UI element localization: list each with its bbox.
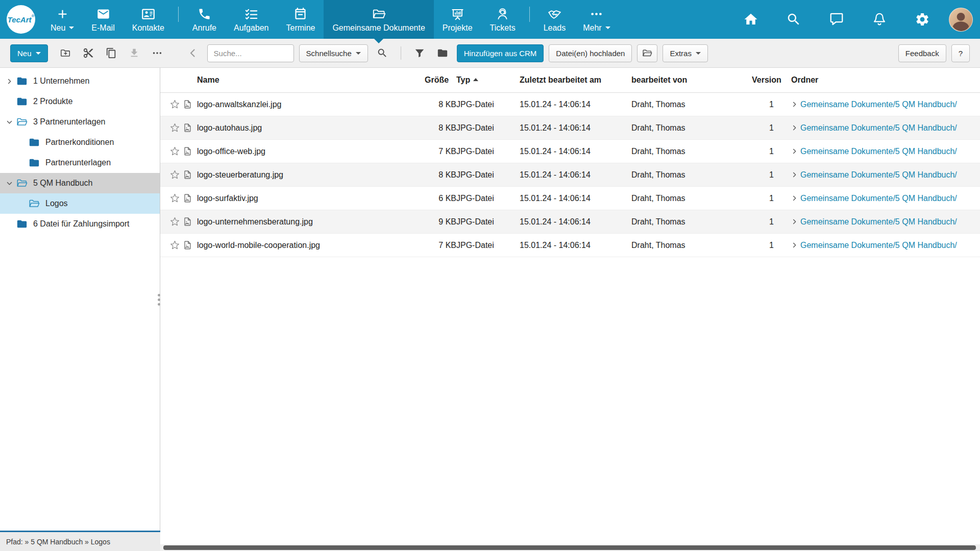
- search-input[interactable]: [207, 44, 294, 62]
- folder-path-link[interactable]: Gemeinsame Dokumente/5 QM Handbuch/: [800, 217, 957, 227]
- table-row[interactable]: logo-world-mobile-cooperation.jpg7 KBJPG…: [160, 234, 980, 257]
- toolbar: Neu Schnellsuche Hinzufügen aus CRM Date…: [0, 39, 980, 68]
- folder-path-cell: Gemeinsame Dokumente/5 QM Handbuch/: [791, 147, 980, 156]
- nav-separator: [529, 7, 530, 22]
- brand-text: TecArt: [8, 15, 32, 24]
- folder-path-link[interactable]: Gemeinsame Dokumente/5 QM Handbuch/: [800, 194, 957, 203]
- filter-icon[interactable]: [410, 44, 429, 62]
- path-status-text: Pfad: » 5 QM Handbuch » Logos: [6, 538, 110, 546]
- table-row[interactable]: logo-office-web.jpg7 KBJPG-Datei15.01.24…: [160, 140, 980, 163]
- chevron-right-icon[interactable]: [3, 75, 15, 87]
- add-from-crm-button[interactable]: Hinzufügen aus CRM: [457, 44, 544, 62]
- quick-search-dropdown[interactable]: Schnellsuche: [299, 44, 368, 62]
- column-header-name[interactable]: Name: [197, 76, 425, 85]
- modified-by: Draht, Thomas: [631, 147, 752, 156]
- tecart-logo[interactable]: TecArt®: [7, 5, 35, 34]
- cut-icon[interactable]: [79, 44, 97, 62]
- sidebar-item-2-produkte[interactable]: 2 Produkte: [0, 91, 160, 112]
- extras-label: Extras: [670, 49, 692, 58]
- more-actions-icon[interactable]: [148, 44, 166, 62]
- sidebar-item-partnerkonditionen[interactable]: Partnerkonditionen: [0, 132, 160, 153]
- copy-icon[interactable]: [102, 44, 120, 62]
- folder-path-link[interactable]: Gemeinsame Dokumente/5 QM Handbuch/: [800, 100, 957, 109]
- search-icon[interactable]: [772, 0, 815, 39]
- table-row[interactable]: logo-unternehmensberatung.jpg9 KBJPG-Dat…: [160, 210, 980, 234]
- table-row[interactable]: logo-steuerberatung.jpg8 KBJPG-Datei15.0…: [160, 163, 980, 187]
- table-row[interactable]: logo-anwaltskanzlei.jpg8 KBJPG-Datei15.0…: [160, 93, 980, 116]
- feedback-button[interactable]: Feedback: [898, 44, 946, 62]
- file-size: 8 KB: [425, 123, 456, 133]
- folder-path-link[interactable]: Gemeinsame Dokumente/5 QM Handbuch/: [800, 147, 957, 156]
- nav-item-termine[interactable]: Termine: [278, 0, 324, 39]
- sidebar-item-logos[interactable]: Logos: [0, 193, 160, 214]
- folder-icon[interactable]: [433, 44, 452, 62]
- nav-item-neu[interactable]: Neu: [42, 0, 83, 39]
- folder-path-link[interactable]: Gemeinsame Dokumente/5 QM Handbuch/: [800, 170, 957, 180]
- file-version: 1: [752, 241, 791, 250]
- folder-label: Logos: [45, 199, 68, 208]
- column-header-version[interactable]: Version: [752, 76, 791, 85]
- nav-item-anrufe[interactable]: Anrufe: [184, 0, 225, 39]
- column-header-type[interactable]: Typ: [456, 76, 520, 85]
- upload-folder-button[interactable]: [637, 44, 657, 62]
- search-icon[interactable]: [373, 44, 391, 62]
- favorite-star-icon[interactable]: [160, 123, 183, 133]
- folder-path-link[interactable]: Gemeinsame Dokumente/5 QM Handbuch/: [800, 123, 957, 133]
- image-file-icon: [183, 240, 197, 250]
- bell-icon[interactable]: [858, 0, 901, 39]
- nav-item-gemeinsame-dokumente[interactable]: Gemeinsame Dokumente: [324, 0, 433, 39]
- favorite-star-icon[interactable]: [160, 99, 183, 109]
- chevron-down-icon[interactable]: [3, 116, 15, 128]
- table-row[interactable]: logo-surfaktiv.jpg6 KBJPG-Datei15.01.24 …: [160, 187, 980, 210]
- sidebar-item-5-qm-handbuch[interactable]: 5 QM Handbuch: [0, 173, 160, 193]
- favorite-star-icon[interactable]: [160, 217, 183, 227]
- column-header-folder[interactable]: Ordner: [791, 76, 980, 85]
- chat-icon[interactable]: [815, 0, 858, 39]
- home-icon[interactable]: [729, 0, 772, 39]
- nav-item-kontakte[interactable]: Kontakte: [124, 0, 173, 39]
- nav-item-email[interactable]: E-Mail: [83, 0, 123, 39]
- help-button[interactable]: ?: [951, 44, 970, 62]
- file-type: JPG-Datei: [456, 194, 520, 203]
- gear-icon[interactable]: [901, 0, 944, 39]
- modified-by: Draht, Thomas: [631, 241, 752, 250]
- table-row[interactable]: logo-autohaus.jpg8 KBJPG-Datei15.01.24 -…: [160, 116, 980, 140]
- sidebar-item-1-unternehmen[interactable]: 1 Unternehmen: [0, 71, 160, 91]
- favorite-star-icon[interactable]: [160, 170, 183, 180]
- user-avatar[interactable]: [949, 8, 973, 32]
- favorite-star-icon[interactable]: [160, 240, 183, 250]
- nav-item-mehr[interactable]: Mehr: [574, 0, 619, 39]
- nav-item-leads[interactable]: Leads: [535, 0, 575, 39]
- column-header-modified[interactable]: Zuletzt bearbeitet am: [520, 76, 631, 85]
- last-modified-date: 15.01.24 - 14:06:14: [520, 123, 631, 133]
- folder-open-icon: [642, 48, 652, 58]
- sidebar-resize-handle[interactable]: [158, 294, 160, 296]
- chevron-left-icon[interactable]: [184, 44, 202, 62]
- caret-down-icon: [605, 27, 610, 29]
- handshake-icon: [548, 7, 561, 21]
- quick-search-label: Schnellsuche: [306, 49, 352, 58]
- nav-item-projekte[interactable]: Projekte: [434, 0, 481, 39]
- sidebar-item-partnerunterlagen[interactable]: Partnerunterlagen: [0, 153, 160, 173]
- caret-down-icon: [69, 27, 74, 29]
- column-header-size[interactable]: Größe: [425, 76, 456, 85]
- favorite-star-icon[interactable]: [160, 146, 183, 156]
- folder-path-link[interactable]: Gemeinsame Dokumente/5 QM Handbuch/: [800, 241, 957, 250]
- sidebar-item-6-datei-für-zahlungsimport[interactable]: 6 Datei für Zahlungsimport: [0, 214, 160, 234]
- folder-closed-icon: [15, 74, 29, 88]
- chevron-down-icon[interactable]: [3, 177, 15, 189]
- new-folder-icon[interactable]: [56, 44, 75, 62]
- new-button[interactable]: Neu: [10, 44, 48, 62]
- extras-dropdown[interactable]: Extras: [663, 44, 708, 62]
- download-icon[interactable]: [125, 44, 143, 62]
- upload-files-button[interactable]: Datei(en) hochladen: [549, 44, 632, 62]
- nav-item-aufgaben[interactable]: Aufgaben: [225, 0, 278, 39]
- file-size: 9 KB: [425, 217, 456, 227]
- column-header-modified_by[interactable]: bearbeitet von: [631, 76, 752, 85]
- sidebar-item-3-partnerunterlagen[interactable]: 3 Partnerunterlagen: [0, 112, 160, 132]
- horizontal-scrollbar[interactable]: [160, 544, 980, 551]
- nav-item-tickets[interactable]: Tickets: [481, 0, 524, 39]
- scrollbar-thumb[interactable]: [163, 545, 976, 550]
- file-type: JPG-Datei: [456, 100, 520, 109]
- favorite-star-icon[interactable]: [160, 193, 183, 203]
